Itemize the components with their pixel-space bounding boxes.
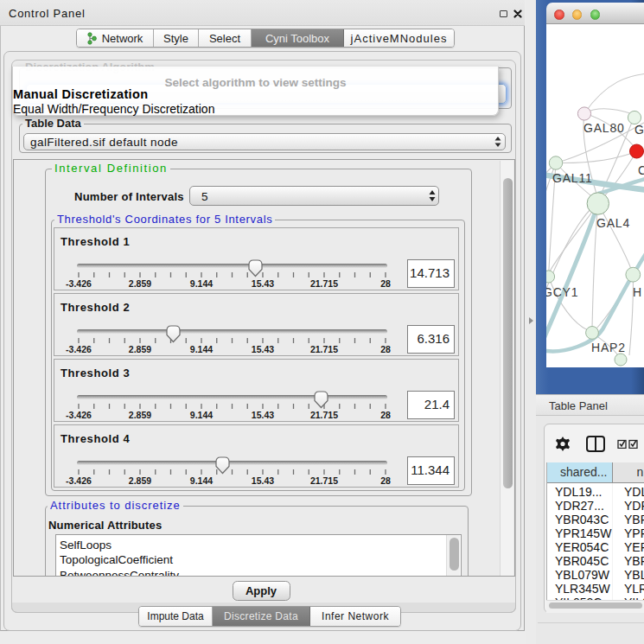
svg-text:G: G — [634, 123, 644, 137]
svg-text:H: H — [633, 285, 642, 299]
svg-text:GAL11: GAL11 — [552, 171, 593, 185]
svg-text:GAL4: GAL4 — [596, 216, 630, 230]
svg-text:C: C — [638, 163, 644, 177]
svg-text:GCY1: GCY1 — [546, 285, 578, 299]
svg-text:GAL80: GAL80 — [583, 121, 625, 135]
svg-text:HAP2: HAP2 — [591, 341, 626, 354]
